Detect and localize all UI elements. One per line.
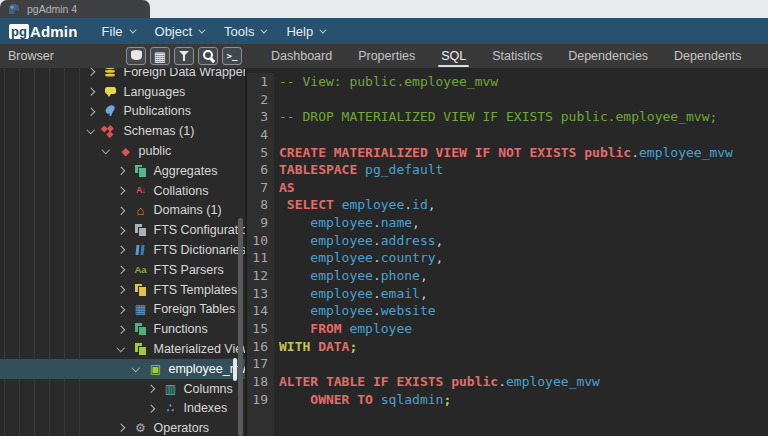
chevron-right-icon[interactable]: [117, 424, 125, 432]
operators-icon: [133, 421, 149, 435]
chevron-right-icon[interactable]: [87, 88, 95, 96]
line-number: 17: [247, 355, 268, 373]
logo-admin-text: Admin: [30, 23, 78, 40]
tree-item-fts-templates[interactable]: FTS Templates: [0, 280, 245, 300]
chevron-right-icon[interactable]: [117, 167, 125, 175]
tree-item-employee-mvw[interactable]: employee_mvw: [0, 359, 245, 379]
grid-button[interactable]: [150, 47, 170, 65]
tree-item-indexes[interactable]: Indexes: [0, 399, 245, 419]
line-number: 12: [247, 267, 268, 285]
line-number: 9: [247, 214, 268, 232]
chevron-down-icon[interactable]: [102, 146, 110, 154]
chevron-down-icon: [261, 26, 268, 33]
sql-code[interactable]: -- View: public.employee_mvw-- DROP MATE…: [274, 73, 768, 436]
chevron-right-icon[interactable]: [117, 266, 125, 274]
tree-scrollbar[interactable]: [238, 218, 243, 436]
tab-properties[interactable]: Properties: [345, 44, 428, 68]
database-button[interactable]: [126, 47, 146, 65]
functions-icon: [133, 322, 149, 336]
tab-schema-diff[interactable]: Schema Diff: [755, 44, 768, 68]
tree-item-materialized-views-1[interactable]: Materialized Views (1): [0, 339, 245, 359]
tab-dashboard[interactable]: Dashboard: [258, 44, 345, 68]
chevron-right-icon[interactable]: [117, 246, 125, 254]
chevron-down-icon: [129, 26, 136, 33]
tree-item-domains-1[interactable]: Domains (1): [0, 201, 245, 221]
browser-panel-header: Browser >_: [0, 44, 245, 68]
browser-tree-panel: Foreign Data WrappersLanguagesPublicatio…: [0, 68, 245, 436]
chevron-down-icon[interactable]: [132, 363, 140, 371]
line-number-gutter: 12345678910111213141516171819: [247, 73, 274, 436]
tab-statistics[interactable]: Statistics: [479, 44, 555, 68]
chevron-right-icon[interactable]: [87, 108, 95, 116]
tree-item-label: Indexes: [184, 401, 228, 415]
code-line: CREATE MATERIALIZED VIEW IF NOT EXISTS p…: [279, 144, 768, 162]
fts-dictionaries-icon: [133, 243, 149, 257]
tree-item-functions[interactable]: Functions: [0, 319, 245, 339]
domains-icon: [133, 203, 149, 217]
chevron-right-icon[interactable]: [87, 68, 95, 76]
search-button[interactable]: [198, 47, 218, 65]
window-title: pgAdmin 4: [27, 3, 77, 15]
columns-icon: [163, 382, 179, 396]
pgadmin-elephant-icon: [7, 3, 21, 15]
code-line: [279, 91, 768, 109]
menu-tools[interactable]: Tools: [224, 24, 265, 39]
tree-item-label: Collations: [154, 184, 209, 198]
tree-item-aggregates[interactable]: Aggregates: [0, 161, 245, 181]
grid-icon: [154, 47, 166, 65]
chevron-right-icon[interactable]: [117, 325, 125, 333]
line-number: 11: [247, 249, 268, 267]
tree-item-operators[interactable]: Operators: [0, 418, 245, 436]
tree-item-label: Publications: [124, 104, 191, 118]
menu-help[interactable]: Help: [286, 24, 324, 39]
collations-icon: [133, 184, 149, 198]
code-line: [279, 126, 768, 144]
tree-item-collations[interactable]: Collations: [0, 181, 245, 201]
line-number: 15: [247, 320, 268, 338]
code-line: employee.email,: [279, 285, 768, 303]
tree-item-schemas-1[interactable]: Schemas (1): [0, 121, 245, 141]
chevron-down-icon: [198, 26, 205, 33]
tab-dependents[interactable]: Dependents: [661, 44, 754, 68]
tree-item-label: Aggregates: [154, 164, 218, 178]
tree-item-languages[interactable]: Languages: [0, 82, 245, 102]
tree-item-fts-dictionaries[interactable]: FTS Dictionaries: [0, 240, 245, 260]
tree-item-label: Foreign Data Wrappers: [124, 68, 246, 79]
code-line: employee.address,: [279, 232, 768, 250]
tree-item-columns[interactable]: Columns: [0, 379, 245, 399]
chevron-right-icon[interactable]: [117, 306, 125, 314]
menubar: pg Admin File Object Tools Help: [0, 18, 768, 44]
chevron-right-icon[interactable]: [117, 187, 125, 195]
main-tabbar: Dashboard Properties SQL Statistics Depe…: [245, 44, 768, 68]
code-line: -- View: public.employee_mvw: [279, 73, 768, 91]
sql-editor[interactable]: 12345678910111213141516171819 -- View: p…: [245, 68, 768, 436]
code-line: employee.phone,: [279, 267, 768, 285]
tree-item-foreign-data-wrappers[interactable]: Foreign Data Wrappers: [0, 68, 245, 82]
tab-sql[interactable]: SQL: [428, 44, 479, 68]
chevron-right-icon[interactable]: [117, 286, 125, 294]
tree-scrollbar-thumb[interactable]: [233, 358, 237, 381]
tree-item-fts-parsers[interactable]: FTS Parsers: [0, 260, 245, 280]
chevron-down-icon[interactable]: [117, 344, 125, 352]
chevron-down-icon[interactable]: [87, 126, 95, 134]
tree-item-public[interactable]: public: [0, 141, 245, 161]
tree-item-label: Languages: [124, 85, 186, 99]
menu-object[interactable]: Object: [155, 24, 204, 39]
menu-file[interactable]: File: [102, 24, 134, 39]
tree-item-publications[interactable]: Publications: [0, 102, 245, 122]
line-number: 2: [247, 91, 268, 109]
chevron-right-icon[interactable]: [117, 226, 125, 234]
filter-button[interactable]: [174, 47, 194, 65]
chevron-right-icon[interactable]: [147, 405, 155, 413]
tab-dependencies[interactable]: Dependencies: [555, 44, 661, 68]
chevron-right-icon[interactable]: [117, 207, 125, 215]
tree-item-fts-configurations[interactable]: FTS Configurations: [0, 220, 245, 240]
foreign-data-wrapper-icon: [103, 68, 119, 79]
tree-item-label: Materialized Views (1): [154, 342, 246, 356]
code-line: SELECT employee.id,: [279, 196, 768, 214]
tree-item-foreign-tables[interactable]: Foreign Tables: [0, 300, 245, 320]
tree-item-label: Foreign Tables: [154, 302, 236, 316]
terminal-button[interactable]: >_: [222, 47, 242, 65]
app-window-tab[interactable]: pgAdmin 4: [0, 0, 150, 18]
chevron-right-icon[interactable]: [147, 385, 155, 393]
